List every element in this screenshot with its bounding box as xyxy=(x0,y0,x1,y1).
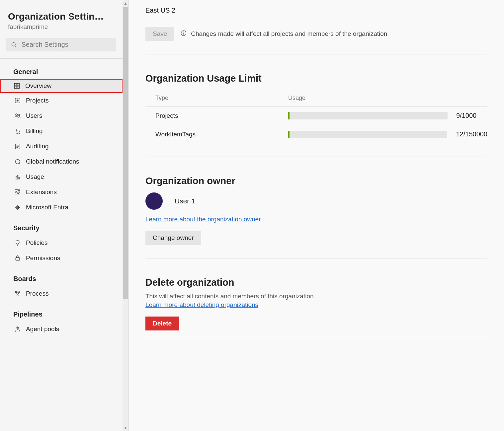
svg-rect-23 xyxy=(16,257,20,260)
svg-rect-2 xyxy=(15,84,17,86)
bubble-icon xyxy=(14,158,21,165)
owner-name: User 1 xyxy=(175,197,195,205)
svg-point-11 xyxy=(17,133,18,134)
usage-row: WorkItemTags12/150000 xyxy=(145,125,487,143)
scrollbar-track[interactable] xyxy=(123,7,128,424)
sidebar-section-heading: General xyxy=(0,59,123,79)
svg-point-9 xyxy=(16,114,18,116)
search-icon xyxy=(11,41,17,48)
svg-point-0 xyxy=(12,42,16,46)
usage-row-value: 12/150000 xyxy=(456,130,487,138)
sidebar-item-process[interactable]: Process xyxy=(0,286,123,301)
owner-heading: Organization owner xyxy=(145,176,487,186)
puzzle-icon xyxy=(14,188,21,196)
usage-col-usage: Usage xyxy=(288,95,305,102)
info-icon xyxy=(180,30,187,38)
usage-bar xyxy=(288,131,448,138)
cart-icon xyxy=(14,127,21,135)
sidebar-item-permissions[interactable]: Permissions xyxy=(0,251,123,266)
sidebar: Organization Settin… fabrikamprime Gener… xyxy=(0,0,129,431)
svg-point-26 xyxy=(17,295,18,296)
svg-point-28 xyxy=(17,327,18,328)
region-label: East US 2 xyxy=(145,0,487,14)
sidebar-title: Organization Settin… xyxy=(8,11,116,22)
sidebar-item-label: Overview xyxy=(25,82,51,90)
svg-point-12 xyxy=(19,133,20,134)
usage-table-header: Type Usage xyxy=(145,89,487,107)
sidebar-item-label: Users xyxy=(26,112,42,119)
sidebar-item-label: Policies xyxy=(26,239,47,247)
sidebar-item-users[interactable]: Users xyxy=(0,108,123,123)
save-button[interactable]: Save xyxy=(145,27,174,41)
usage-row-type: WorkItemTags xyxy=(155,131,288,138)
save-info-message: Changes made will affect all projects an… xyxy=(180,30,387,38)
svg-rect-18 xyxy=(16,177,17,179)
svg-rect-19 xyxy=(17,176,18,179)
process-icon xyxy=(14,290,21,297)
users-icon xyxy=(14,112,21,119)
sidebar-item-label: Agent pools xyxy=(26,325,59,333)
save-info-text: Changes made will affect all projects an… xyxy=(191,30,387,37)
sidebar-search[interactable] xyxy=(6,38,116,51)
sidebar-item-billing[interactable]: Billing xyxy=(0,123,123,139)
sidebar-item-label: Projects xyxy=(26,97,49,104)
sidebar-item-policies[interactable]: Policies xyxy=(0,235,123,251)
main-content: East US 2 Save Changes made will affect … xyxy=(129,0,504,431)
sidebar-item-label: Microsoft Entra xyxy=(26,204,68,211)
app-root: Organization Settin… fabrikamprime Gener… xyxy=(0,0,504,431)
sidebar-item-projects[interactable]: Projects xyxy=(0,93,123,108)
avatar xyxy=(145,192,163,210)
sidebar-section-heading: Security xyxy=(0,215,123,235)
svg-point-25 xyxy=(19,291,20,293)
scroll-up-icon[interactable]: ▲ xyxy=(124,0,127,7)
sidebar-item-label: Extensions xyxy=(26,188,57,196)
svg-rect-20 xyxy=(19,177,20,179)
sidebar-section-heading: Boards xyxy=(0,266,123,286)
sidebar-item-globalnotifications[interactable]: Global notifications xyxy=(0,154,123,169)
svg-point-31 xyxy=(184,32,184,32)
svg-point-24 xyxy=(15,291,17,293)
sidebar-header: Organization Settin… fabrikamprime xyxy=(0,0,123,33)
owner-learn-more-link[interactable]: Learn more about the organization owner xyxy=(145,216,261,223)
sidebar-item-extensions[interactable]: Extensions xyxy=(0,184,123,200)
svg-point-10 xyxy=(18,114,20,116)
svg-marker-22 xyxy=(15,205,18,210)
sidebar-item-usage[interactable]: Usage xyxy=(0,169,123,184)
scroll-down-icon[interactable]: ▼ xyxy=(124,424,127,431)
usage-row: Projects9/1000 xyxy=(145,107,487,125)
usage-limit-heading: Organization Usage Limit xyxy=(145,73,487,84)
sidebar-item-auditing[interactable]: Auditing xyxy=(0,139,123,154)
search-input[interactable] xyxy=(17,40,111,49)
grid-icon xyxy=(13,82,21,90)
delete-heading: Delete organization xyxy=(145,277,487,288)
sidebar-item-overview[interactable]: Overview xyxy=(0,79,123,93)
sidebar-item-label: Process xyxy=(26,290,49,297)
list-icon xyxy=(14,143,21,150)
entra-icon xyxy=(14,204,21,211)
usage-bar xyxy=(288,112,448,119)
delete-learn-more-link[interactable]: Learn more about deleting organizations xyxy=(145,301,258,308)
sidebar-subtitle: fabrikamprime xyxy=(8,23,116,31)
delete-description: This will affect all contents and member… xyxy=(145,293,487,300)
svg-rect-3 xyxy=(17,84,20,86)
usage-table-body: Projects9/1000WorkItemTags12/150000 xyxy=(145,107,487,143)
sidebar-item-microsoftentra[interactable]: Microsoft Entra xyxy=(0,200,123,215)
sidebar-item-label: Billing xyxy=(26,127,43,135)
svg-line-1 xyxy=(15,45,16,47)
svg-rect-5 xyxy=(17,86,20,89)
scrollbar-thumb[interactable] xyxy=(123,7,128,299)
bulb-icon xyxy=(14,239,21,247)
sidebar-scrollbar[interactable]: ▲ ▼ xyxy=(123,0,128,431)
usage-col-type: Type xyxy=(155,95,288,102)
delete-button[interactable]: Delete xyxy=(145,317,179,330)
change-owner-button[interactable]: Change owner xyxy=(145,231,201,245)
usage-row-type: Projects xyxy=(155,112,288,119)
sidebar-item-agentpools[interactable]: Agent pools xyxy=(0,322,123,337)
sidebar-item-label: Global notifications xyxy=(26,158,79,165)
sidebar-section-heading: Pipelines xyxy=(0,301,123,322)
sidebar-nav: GeneralOverviewProjectsUsersBillingAudit… xyxy=(0,59,123,337)
lock-icon xyxy=(14,254,21,262)
sidebar-item-label: Auditing xyxy=(26,143,49,150)
sidebar-item-label: Usage xyxy=(26,173,44,180)
agent-icon xyxy=(14,325,21,333)
